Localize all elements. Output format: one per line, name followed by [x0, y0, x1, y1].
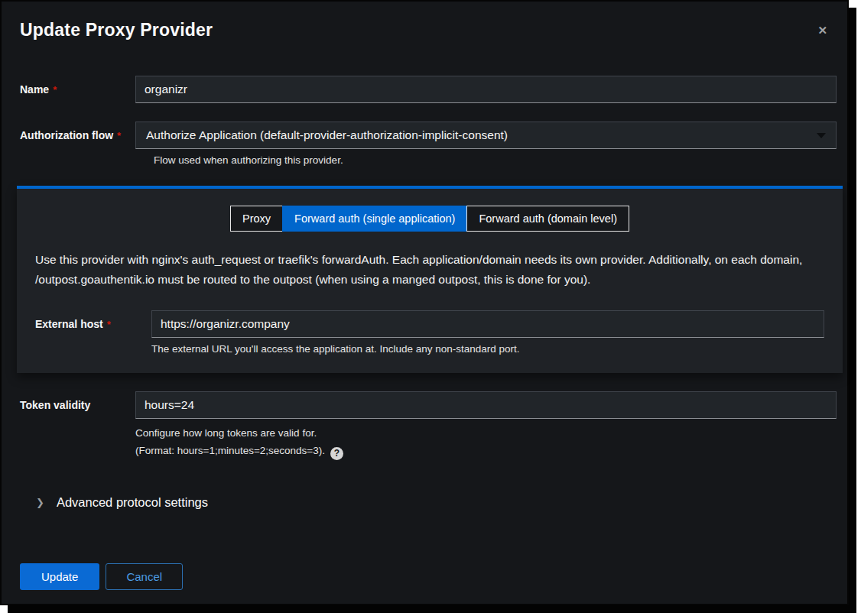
external-host-input[interactable]: [151, 310, 824, 338]
name-row: Name*: [2, 76, 847, 103]
authorization-flow-help: Flow used when authorizing this provider…: [154, 154, 837, 166]
name-label: Name*: [20, 83, 135, 96]
advanced-protocol-settings-label: Advanced protocol settings: [57, 495, 208, 510]
external-host-row: External host*: [35, 310, 824, 338]
update-proxy-provider-modal: Update Proxy Provider ✕ Name* Authorizat…: [0, 0, 849, 605]
question-help-icon[interactable]: ?: [330, 447, 343, 460]
chevron-right-icon: ❯: [36, 497, 44, 508]
authorization-flow-label: Authorization flow*: [20, 129, 135, 141]
authorization-flow-select[interactable]: Authorize Application (default-provider-…: [135, 122, 837, 149]
chevron-down-icon: [817, 133, 826, 138]
cancel-button[interactable]: Cancel: [106, 563, 183, 590]
modal-header: Update Proxy Provider ✕: [2, 2, 847, 41]
modal-footer: Update Cancel: [20, 563, 847, 590]
token-validity-help-line2: (Format: hours=1;minutes=2;seconds=3).?: [135, 443, 837, 460]
close-icon[interactable]: ✕: [817, 24, 827, 36]
token-validity-help-line1: Configure how long tokens are valid for.: [135, 425, 837, 443]
advanced-protocol-settings-toggle[interactable]: ❯ Advanced protocol settings: [36, 495, 847, 510]
required-asterisk: *: [107, 319, 111, 330]
mode-description: Use this provider with nginx's auth_requ…: [35, 250, 824, 289]
external-host-help: The external URL you'll access the appli…: [151, 343, 824, 355]
modal-title: Update Proxy Provider: [20, 20, 213, 41]
authorization-flow-row: Authorization flow* Authorize Applicatio…: [2, 122, 847, 149]
token-validity-label: Token validity: [20, 399, 135, 411]
tab-forward-auth-single-application[interactable]: Forward auth (single application): [282, 206, 467, 232]
required-asterisk: *: [53, 84, 57, 96]
update-button[interactable]: Update: [20, 563, 99, 590]
tab-forward-auth-domain-level[interactable]: Forward auth (domain level): [466, 206, 629, 232]
proxy-mode-card: Proxy Forward auth (single application) …: [17, 186, 843, 373]
tab-proxy[interactable]: Proxy: [230, 206, 283, 232]
token-validity-row: Token validity: [2, 391, 847, 419]
proxy-mode-toggle-group: Proxy Forward auth (single application) …: [35, 206, 824, 232]
token-validity-help: Configure how long tokens are valid for.…: [135, 425, 837, 460]
external-host-label: External host*: [35, 318, 151, 330]
authorization-flow-selected-option: Authorize Application (default-provider-…: [146, 128, 508, 142]
name-input[interactable]: [135, 76, 837, 103]
required-asterisk: *: [117, 130, 121, 141]
token-validity-input[interactable]: [135, 391, 837, 419]
